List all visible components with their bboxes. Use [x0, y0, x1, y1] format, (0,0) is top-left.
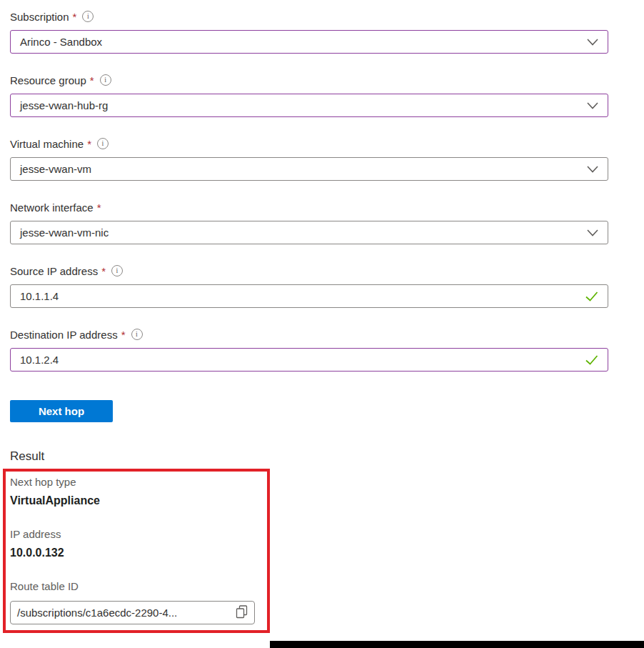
subscription-dropdown[interactable]: Arinco - Sandbox [10, 30, 608, 54]
field-virtual-machine: Virtual machine * i jesse-vwan-vm [10, 136, 608, 181]
chevron-down-icon [587, 229, 598, 236]
info-icon[interactable]: i [82, 11, 94, 22]
source-ip-value: 10.1.1.4 [20, 290, 59, 302]
info-icon[interactable]: i [100, 74, 111, 86]
network-interface-label: Network interface [10, 201, 94, 214]
route-table-id-field[interactable]: /subscriptions/c1a6ecdc-2290-4... [10, 601, 255, 624]
destination-ip-label: Destination IP address [10, 329, 118, 341]
resource-group-label: Resource group [10, 74, 86, 86]
field-resource-group: Resource group * i jesse-vwan-hub-rg [10, 73, 608, 117]
checkmark-icon [585, 355, 598, 365]
ip-address-label: IP address [10, 527, 263, 542]
checkmark-icon [585, 291, 598, 301]
result-heading: Result [10, 449, 644, 464]
source-ip-label: Source IP address [10, 265, 98, 277]
ip-address-value: 10.0.0.132 [10, 545, 263, 560]
network-interface-value: jesse-vwan-vm-nic [20, 226, 109, 239]
source-ip-input[interactable]: 10.1.1.4 [10, 284, 608, 308]
chevron-down-icon [587, 102, 598, 109]
virtual-machine-dropdown[interactable]: jesse-vwan-vm [10, 157, 608, 181]
network-interface-dropdown[interactable]: jesse-vwan-vm-nic [10, 221, 608, 244]
required-asterisk: * [97, 201, 101, 214]
next-hop-button[interactable]: Next hop [10, 400, 113, 422]
route-table-id-value: /subscriptions/c1a6ecdc-2290-4... [17, 607, 177, 619]
chevron-down-icon [587, 39, 598, 46]
virtual-machine-label: Virtual machine [10, 138, 84, 150]
info-icon[interactable]: i [131, 329, 143, 340]
next-hop-type-value: VirtualAppliance [10, 493, 263, 508]
result-route-table: Route table ID /subscriptions/c1a6ecdc-2… [10, 579, 263, 624]
result-ip-address: IP address 10.0.0.132 [10, 527, 263, 560]
virtual-machine-value: jesse-vwan-vm [20, 163, 91, 175]
required-asterisk: * [121, 329, 126, 341]
field-network-interface: Network interface * jesse-vwan-vm-nic [10, 200, 608, 244]
required-asterisk: * [90, 74, 94, 86]
next-hop-pane: Subscription * i Arinco - Sandbox Resour… [0, 0, 644, 648]
resource-group-dropdown[interactable]: jesse-vwan-hub-rg [10, 94, 608, 117]
field-subscription: Subscription * i Arinco - Sandbox [10, 9, 608, 54]
required-asterisk: * [101, 265, 106, 277]
required-asterisk: * [87, 138, 91, 150]
field-destination-ip: Destination IP address * i 10.1.2.4 [10, 327, 608, 372]
info-icon[interactable]: i [97, 138, 109, 149]
copy-button[interactable] [236, 605, 248, 621]
subscription-label: Subscription [10, 11, 69, 23]
next-hop-type-label: Next hop type [10, 475, 263, 489]
chevron-down-icon [587, 166, 598, 173]
copy-icon [236, 605, 248, 621]
result-box-highlight: Next hop type VirtualAppliance IP addres… [3, 469, 270, 633]
required-asterisk: * [73, 11, 77, 23]
result-next-hop-type: Next hop type VirtualAppliance [10, 475, 263, 508]
route-table-id-label: Route table ID [10, 579, 263, 594]
destination-ip-input[interactable]: 10.1.2.4 [10, 348, 608, 372]
subscription-value: Arinco - Sandbox [20, 36, 102, 48]
resource-group-value: jesse-vwan-hub-rg [20, 99, 108, 111]
destination-ip-value: 10.1.2.4 [20, 354, 59, 366]
bottom-black-bar [270, 641, 644, 648]
field-source-ip: Source IP address * i 10.1.1.4 [10, 264, 608, 308]
info-icon[interactable]: i [111, 265, 123, 276]
